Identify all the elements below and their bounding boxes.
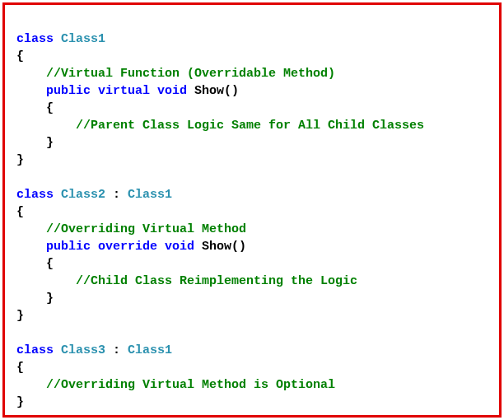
brace-open: {	[16, 205, 24, 219]
brace-close: }	[16, 309, 24, 323]
comment: //Overriding Virtual Method	[46, 222, 246, 236]
inherit-colon: :	[105, 343, 128, 357]
brace-close: }	[16, 395, 24, 409]
comment: //Virtual Function (Overridable Method)	[46, 67, 335, 81]
base-type: Class1	[128, 343, 172, 357]
keyword-public: public	[46, 240, 91, 254]
keyword-public: public	[46, 84, 91, 98]
base-type: Class1	[128, 188, 172, 202]
method-name: Show()	[194, 84, 239, 98]
keyword-override: override	[98, 240, 157, 254]
type-name: Class3	[61, 343, 105, 357]
keyword-void: void	[165, 240, 194, 254]
keyword-virtual: virtual	[98, 84, 150, 98]
keyword-class: class	[16, 32, 54, 46]
brace-open: {	[46, 101, 54, 115]
brace-close: }	[46, 292, 54, 306]
keyword-class: class	[16, 343, 54, 357]
keyword-class: class	[16, 188, 54, 202]
code-content: class Class1 { //Virtual Function (Overr…	[16, 30, 488, 411]
keyword-void: void	[157, 84, 187, 98]
brace-open: {	[16, 49, 24, 63]
brace-open: {	[16, 361, 24, 375]
brace-close: }	[46, 136, 54, 150]
comment: //Overriding Virtual Method is Optional	[46, 378, 335, 392]
brace-close: }	[16, 153, 24, 167]
brace-open: {	[46, 257, 54, 271]
method-name: Show()	[202, 240, 246, 254]
type-name: Class2	[61, 188, 105, 202]
type-name: Class1	[61, 32, 105, 46]
comment: //Parent Class Logic Same for All Child …	[76, 119, 424, 133]
comment: //Child Class Reimplementing the Logic	[76, 274, 357, 288]
code-snippet-box: class Class1 { //Virtual Function (Overr…	[2, 2, 502, 418]
inherit-colon: :	[105, 188, 128, 202]
